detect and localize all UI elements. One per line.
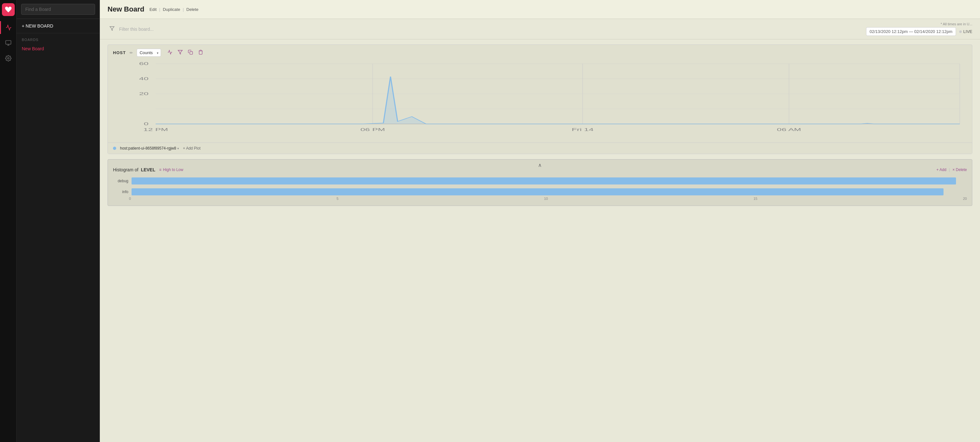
svg-rect-0	[5, 41, 11, 45]
metric-select-wrapper: Counts Bytes Errors	[137, 49, 161, 57]
metric-select[interactable]: Counts Bytes Errors	[137, 49, 161, 57]
live-label: LIVE	[963, 29, 972, 34]
source-row: host:patient-ui-8658f89574-rgjw8 ▾ + Add…	[108, 142, 972, 154]
settings-nav-icon[interactable]	[2, 52, 15, 65]
filter-area	[108, 24, 866, 34]
duplicate-link[interactable]: Duplicate	[163, 7, 180, 12]
bar-label-debug: debug	[116, 179, 128, 183]
source-color-dot	[113, 147, 116, 150]
page-title: New Board	[108, 5, 144, 13]
host-label: HOST	[113, 50, 126, 55]
svg-text:12 PM: 12 PM	[143, 128, 168, 132]
monitor-nav-icon[interactable]	[2, 37, 15, 49]
search-input[interactable]	[21, 4, 95, 15]
tz-note: * All times are in U...	[941, 22, 972, 26]
bar-fill-info	[132, 188, 943, 195]
line-chart-svg: 60 40 20 0 12 PM 06 PM Fri 14 06 AM	[113, 61, 967, 137]
filter-icon[interactable]	[108, 24, 116, 34]
bar-track-info	[132, 188, 964, 195]
bar-track-debug	[132, 177, 964, 185]
histogram-axis: 0 5 10 15 20	[113, 195, 967, 201]
filter-input[interactable]	[119, 25, 866, 33]
page-header: New Board Edit | Duplicate | Delete	[100, 0, 980, 19]
svg-point-3	[7, 57, 9, 59]
svg-text:06 AM: 06 AM	[777, 128, 801, 132]
bar-label-info: info	[116, 190, 128, 194]
chart-filter-icon[interactable]	[177, 49, 184, 56]
live-indicator: LIVE	[959, 29, 972, 34]
chart-area-icon[interactable]	[166, 49, 174, 56]
chart-container: HOST ✏ Counts Bytes Errors	[100, 39, 980, 442]
svg-marker-4	[110, 27, 114, 30]
add-plot-button[interactable]: + Add Plot	[183, 146, 200, 150]
delete-link[interactable]: Delete	[186, 7, 199, 12]
bar-row-debug: debug	[116, 177, 964, 185]
histogram-title: Histogram of LEVEL	[113, 167, 155, 172]
svg-text:20: 20	[139, 92, 149, 96]
icon-sidebar	[0, 0, 17, 442]
svg-text:Fri 14: Fri 14	[572, 128, 593, 132]
line-chart-svg-wrap: 60 40 20 0 12 PM 06 PM Fri 14 06 AM	[108, 61, 972, 142]
histogram-delete-button[interactable]: × Delete	[953, 168, 967, 172]
logo-button[interactable]	[2, 3, 15, 16]
chart-header: HOST ✏ Counts Bytes Errors	[108, 45, 972, 61]
edit-link[interactable]: Edit	[150, 7, 156, 12]
svg-rect-6	[190, 51, 192, 54]
histogram-actions: + Add | × Delete	[937, 168, 967, 172]
histogram-bar-chart: debug info	[113, 177, 967, 195]
bar-fill-debug	[132, 177, 956, 185]
bar-row-info: info	[116, 188, 964, 195]
live-dot	[959, 30, 962, 33]
main-content: New Board Edit | Duplicate | Delete * Al…	[100, 0, 980, 442]
sidebar: + NEW BOARD BOARDS New Board	[17, 0, 100, 442]
svg-text:60: 60	[139, 62, 149, 65]
search-area[interactable]	[17, 0, 100, 19]
histogram-sort-button[interactable]: ≡ High to Low	[159, 168, 183, 172]
svg-marker-5	[178, 50, 182, 54]
svg-marker-25	[156, 77, 959, 124]
boards-section-label: BOARDS	[17, 33, 100, 43]
svg-text:0: 0	[144, 122, 148, 126]
chart-tools	[166, 49, 205, 56]
header-actions: Edit | Duplicate | Delete	[150, 7, 199, 12]
date-range[interactable]: 02/13/2020 12:12pm — 02/14/2020 12:12pm	[866, 27, 956, 36]
new-board-label: + NEW BOARD	[22, 23, 53, 29]
sidebar-item-new-board[interactable]: New Board	[17, 43, 100, 54]
new-board-button[interactable]: + NEW BOARD	[17, 19, 100, 33]
svg-text:06 PM: 06 PM	[360, 128, 385, 132]
histogram-add-button[interactable]: + Add	[937, 168, 947, 172]
source-chevron-icon: ▾	[177, 147, 179, 150]
source-label[interactable]: host:patient-ui-8658f89574-rgjw8 ▾	[120, 146, 179, 150]
pulse-nav-icon[interactable]	[0, 21, 17, 34]
line-chart-panel: HOST ✏ Counts Bytes Errors	[108, 45, 972, 154]
histogram-panel: ∧ Histogram of LEVEL ≡ High to Low + Add…	[108, 159, 972, 206]
chart-delete-icon[interactable]	[197, 49, 205, 56]
edit-pencil-icon[interactable]: ✏	[130, 51, 133, 55]
toolbar-row: * All times are in U... 02/13/2020 12:12…	[100, 19, 980, 39]
date-range-area: 02/13/2020 12:12pm — 02/14/2020 12:12pm …	[866, 27, 972, 36]
histogram-collapse-button[interactable]: ∧	[538, 162, 542, 168]
svg-text:40: 40	[139, 77, 149, 81]
chart-copy-icon[interactable]	[186, 49, 194, 56]
